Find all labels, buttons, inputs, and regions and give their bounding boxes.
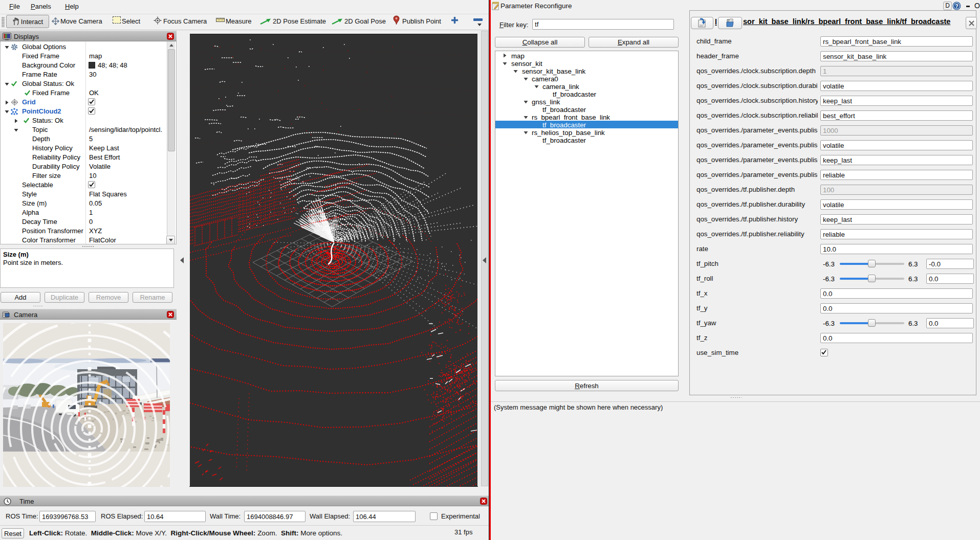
svg-text:?: ?	[955, 3, 958, 9]
